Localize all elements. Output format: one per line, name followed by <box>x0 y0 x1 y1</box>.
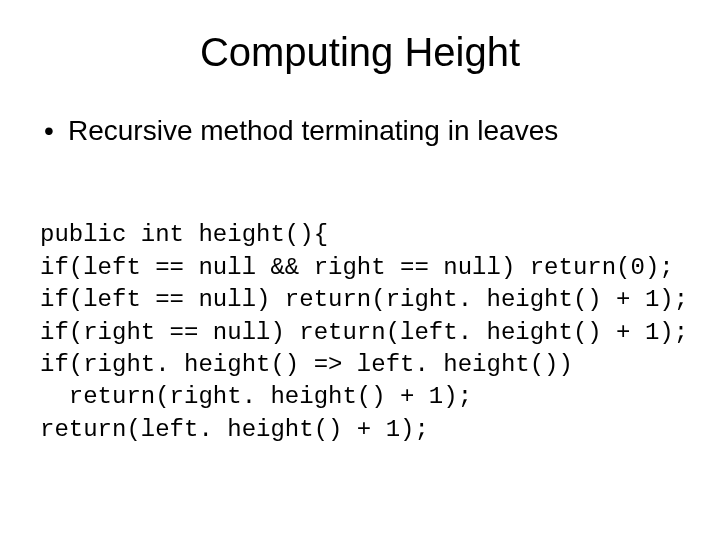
code-line: if(right == null) return(left. height() … <box>40 319 688 346</box>
slide: Computing Height Recursive method termin… <box>0 0 720 540</box>
code-line: if(left == null) return(right. height() … <box>40 286 688 313</box>
slide-title: Computing Height <box>40 30 680 75</box>
code-line: if(left == null && right == null) return… <box>40 254 674 281</box>
code-line: public int height(){ <box>40 221 328 248</box>
bullet-item: Recursive method terminating in leaves <box>40 115 680 147</box>
code-line: return(right. height() + 1); <box>40 383 472 410</box>
code-line: if(right. height() => left. height()) <box>40 351 573 378</box>
code-block: public int height(){ if(left == null && … <box>40 187 680 479</box>
code-line: return(left. height() + 1); <box>40 416 429 443</box>
